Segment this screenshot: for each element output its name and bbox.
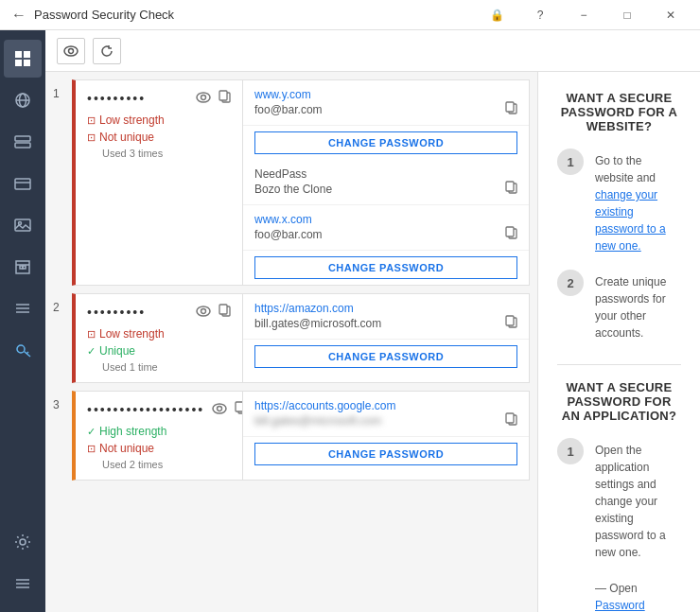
copy-user-icon[interactable] — [505, 181, 517, 197]
site-email-text: foo@bar.com — [254, 103, 323, 116]
password-item-2: 2 ••••••••• ⊡ — [53, 293, 530, 383]
used-text-2: Used 1 time — [102, 361, 231, 373]
step1-text-before: Go to the website and — [595, 154, 656, 184]
sidebar-item-card[interactable] — [4, 165, 42, 202]
change-password-button-3[interactable]: CHANGE PASSWORD — [254, 443, 517, 465]
site-email-row: foo@bar.com — [254, 101, 517, 117]
sidebar-item-key[interactable] — [4, 331, 42, 369]
svg-point-30 — [201, 95, 206, 99]
sidebar-item-building[interactable] — [4, 248, 42, 286]
uniqueness-label-2: Unique — [99, 344, 135, 358]
sidebar — [0, 30, 45, 612]
uniqueness-error-icon: ⊡ — [87, 131, 96, 144]
site-email-text-4: bill.gates@microsoft.com — [254, 317, 381, 330]
sidebar-item-gear[interactable] — [4, 523, 42, 561]
back-button[interactable]: ← — [8, 4, 30, 26]
site-email-text-5-blurred: bill.gates@microsoft.com — [254, 414, 381, 428]
strength-status: ⊡ Low strength — [87, 114, 231, 127]
copy-email-icon-5[interactable] — [505, 412, 517, 428]
item-number-3: 3 — [53, 391, 72, 481]
svg-rect-50 — [506, 413, 514, 423]
main-content: 1 ••••••••• ⊡ — [45, 30, 700, 612]
maximize-button[interactable]: □ — [605, 0, 649, 30]
svg-rect-9 — [15, 179, 30, 189]
content-area: 1 ••••••••• ⊡ — [45, 72, 700, 612]
sidebar-item-image[interactable] — [4, 206, 42, 244]
window-title: Password Security Check — [34, 8, 475, 22]
site-domain-3: www.x.com — [254, 213, 517, 226]
site-user-text: Bozo the Clone — [254, 183, 332, 196]
app-body: 1 ••••••••• ⊡ — [0, 30, 700, 612]
svg-line-22 — [26, 352, 28, 354]
uniqueness-status: ⊡ Not unique — [87, 131, 231, 144]
website-section: WANT A SECURE PASSWORD FOR A WEBSITE? 1 … — [557, 91, 681, 341]
close-button[interactable]: ✕ — [649, 0, 692, 30]
password-generator-link[interactable]: Password Generator. — [595, 599, 649, 612]
sidebar-item-grid[interactable] — [4, 40, 42, 78]
copy-email-icon[interactable] — [505, 101, 517, 117]
site-entry-4: https://amazon.com bill.gates@microsoft.… — [243, 294, 529, 340]
site-user-row: Bozo the Clone — [254, 181, 517, 197]
password-masked-2: ••••••••• — [87, 305, 188, 320]
site-user-name: NeedPass — [254, 167, 517, 181]
svg-rect-7 — [15, 136, 30, 141]
sidebar-item-globe[interactable] — [4, 81, 42, 119]
step-circle-1: 1 — [557, 149, 584, 175]
change-password-button-2[interactable]: CHANGE PASSWORD — [254, 345, 517, 368]
copy-password-icon[interactable] — [219, 90, 231, 106]
website-section-title: WANT A SECURE PASSWORD FOR A WEBSITE? — [557, 91, 681, 133]
password-generator-line: — Open Password Generator. — [595, 576, 681, 612]
svg-rect-1 — [24, 51, 30, 58]
eye-button[interactable] — [57, 38, 85, 64]
step1-link[interactable]: change your existing password to a new o… — [595, 188, 666, 253]
uniqueness-label-3: Not unique — [99, 442, 154, 455]
step-text-2: Create unique passwords for your other a… — [595, 270, 681, 341]
uniqueness-label: Not unique — [99, 131, 154, 144]
item-number-2: 2 — [53, 293, 72, 383]
sidebar-item-menu[interactable] — [4, 565, 42, 603]
step4-text-before: — Open — [595, 582, 638, 595]
site-domain: www.y.com — [254, 88, 517, 101]
password-dots-row-3: •••••••••••••••••• — [87, 401, 231, 417]
sidebar-item-list[interactable] — [4, 289, 42, 327]
password-left-panel-2: ••••••••• ⊡ Low strength — [72, 293, 242, 383]
strength-label-3: High strength — [99, 425, 166, 438]
change-password-button-1b[interactable]: CHANGE PASSWORD — [254, 256, 517, 279]
strength-error-icon: ⊡ — [87, 114, 96, 127]
svg-rect-8 — [15, 143, 30, 148]
copy-password-icon-2[interactable] — [219, 304, 231, 320]
refresh-button[interactable] — [93, 38, 121, 64]
section-divider — [557, 364, 681, 365]
strength-error-icon-2: ⊡ — [87, 328, 96, 341]
site-entry-3: www.x.com foo@bar.com — [243, 205, 529, 251]
application-section-title: WANT A SECURE PASSWORD FOR AN APPLICATIO… — [557, 380, 681, 423]
step-text-1: Go to the website and change your existi… — [595, 149, 681, 254]
svg-rect-32 — [219, 91, 227, 100]
site-domain-4: https://amazon.com — [254, 302, 517, 315]
step-item-1: 1 Go to the website and change your exis… — [557, 149, 681, 254]
copy-email-icon-3[interactable] — [505, 226, 517, 242]
password-masked-3: •••••••••••••••••• — [87, 402, 204, 417]
svg-rect-34 — [506, 102, 514, 112]
password-item-3: 3 •••••••••••••••••• ✓ — [53, 391, 530, 481]
password-right-panel: www.y.com foo@bar.com CHANGE PASSWORD Ne… — [242, 79, 530, 286]
password-left-panel-3: •••••••••••••••••• ✓ High strength — [72, 391, 242, 481]
step-text-3: Open the application settings and change… — [595, 438, 681, 561]
svg-rect-2 — [15, 60, 22, 66]
copy-email-icon-4[interactable] — [505, 315, 517, 331]
show-password-icon[interactable] — [196, 91, 211, 106]
application-section: WANT A SECURE PASSWORD FOR AN APPLICATIO… — [557, 380, 681, 612]
help-button[interactable]: ? — [518, 0, 562, 30]
uniqueness-status-2: ✓ Unique — [87, 344, 231, 358]
toolbar — [45, 30, 700, 72]
show-password-icon-2[interactable] — [196, 305, 211, 320]
show-password-icon-3[interactable] — [212, 402, 227, 417]
svg-point-27 — [64, 46, 78, 56]
svg-rect-42 — [219, 305, 227, 314]
sidebar-item-cards[interactable] — [4, 123, 42, 161]
minimize-button[interactable]: − — [562, 0, 605, 30]
password-masked: ••••••••• — [87, 91, 188, 106]
site-entry-2: NeedPass Bozo the Clone — [243, 160, 529, 205]
svg-rect-38 — [506, 227, 514, 236]
change-password-button-1[interactable]: CHANGE PASSWORD — [254, 131, 517, 154]
